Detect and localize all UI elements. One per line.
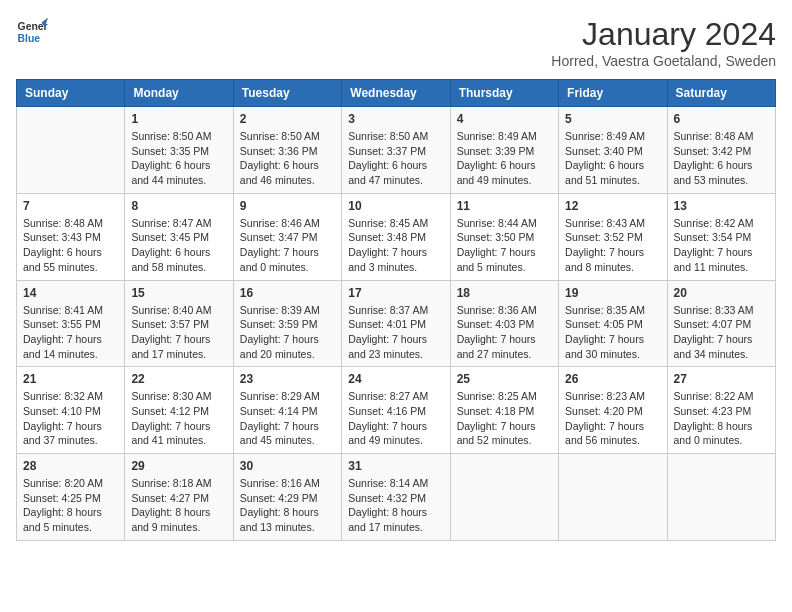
- day-info: Sunrise: 8:33 AM Sunset: 4:07 PM Dayligh…: [674, 303, 769, 362]
- day-number: 2: [240, 112, 335, 126]
- calendar-cell: 30Sunrise: 8:16 AM Sunset: 4:29 PM Dayli…: [233, 454, 341, 541]
- title-block: January 2024 Horred, Vaestra Goetaland, …: [551, 16, 776, 69]
- calendar-cell: 4Sunrise: 8:49 AM Sunset: 3:39 PM Daylig…: [450, 107, 558, 194]
- day-number: 22: [131, 372, 226, 386]
- day-number: 25: [457, 372, 552, 386]
- day-number: 26: [565, 372, 660, 386]
- calendar-cell: [17, 107, 125, 194]
- calendar-cell: 5Sunrise: 8:49 AM Sunset: 3:40 PM Daylig…: [559, 107, 667, 194]
- calendar-cell: 19Sunrise: 8:35 AM Sunset: 4:05 PM Dayli…: [559, 280, 667, 367]
- calendar-cell: 26Sunrise: 8:23 AM Sunset: 4:20 PM Dayli…: [559, 367, 667, 454]
- calendar-cell: 18Sunrise: 8:36 AM Sunset: 4:03 PM Dayli…: [450, 280, 558, 367]
- day-number: 14: [23, 286, 118, 300]
- day-info: Sunrise: 8:49 AM Sunset: 3:39 PM Dayligh…: [457, 129, 552, 188]
- day-info: Sunrise: 8:14 AM Sunset: 4:32 PM Dayligh…: [348, 476, 443, 535]
- calendar-table: SundayMondayTuesdayWednesdayThursdayFrid…: [16, 79, 776, 541]
- day-info: Sunrise: 8:30 AM Sunset: 4:12 PM Dayligh…: [131, 389, 226, 448]
- calendar-cell: 2Sunrise: 8:50 AM Sunset: 3:36 PM Daylig…: [233, 107, 341, 194]
- calendar-cell: [667, 454, 775, 541]
- day-number: 13: [674, 199, 769, 213]
- day-number: 9: [240, 199, 335, 213]
- col-header-friday: Friday: [559, 80, 667, 107]
- day-info: Sunrise: 8:32 AM Sunset: 4:10 PM Dayligh…: [23, 389, 118, 448]
- day-number: 23: [240, 372, 335, 386]
- calendar-cell: 24Sunrise: 8:27 AM Sunset: 4:16 PM Dayli…: [342, 367, 450, 454]
- calendar-cell: 3Sunrise: 8:50 AM Sunset: 3:37 PM Daylig…: [342, 107, 450, 194]
- col-header-wednesday: Wednesday: [342, 80, 450, 107]
- day-number: 4: [457, 112, 552, 126]
- calendar-cell: 16Sunrise: 8:39 AM Sunset: 3:59 PM Dayli…: [233, 280, 341, 367]
- day-number: 28: [23, 459, 118, 473]
- day-info: Sunrise: 8:47 AM Sunset: 3:45 PM Dayligh…: [131, 216, 226, 275]
- day-number: 12: [565, 199, 660, 213]
- day-info: Sunrise: 8:16 AM Sunset: 4:29 PM Dayligh…: [240, 476, 335, 535]
- calendar-cell: 28Sunrise: 8:20 AM Sunset: 4:25 PM Dayli…: [17, 454, 125, 541]
- calendar-cell: 29Sunrise: 8:18 AM Sunset: 4:27 PM Dayli…: [125, 454, 233, 541]
- month-title: January 2024: [551, 16, 776, 53]
- calendar-cell: 8Sunrise: 8:47 AM Sunset: 3:45 PM Daylig…: [125, 193, 233, 280]
- calendar-cell: 31Sunrise: 8:14 AM Sunset: 4:32 PM Dayli…: [342, 454, 450, 541]
- day-number: 27: [674, 372, 769, 386]
- day-number: 11: [457, 199, 552, 213]
- day-info: Sunrise: 8:48 AM Sunset: 3:42 PM Dayligh…: [674, 129, 769, 188]
- col-header-sunday: Sunday: [17, 80, 125, 107]
- day-info: Sunrise: 8:48 AM Sunset: 3:43 PM Dayligh…: [23, 216, 118, 275]
- calendar-cell: 27Sunrise: 8:22 AM Sunset: 4:23 PM Dayli…: [667, 367, 775, 454]
- day-info: Sunrise: 8:49 AM Sunset: 3:40 PM Dayligh…: [565, 129, 660, 188]
- day-info: Sunrise: 8:46 AM Sunset: 3:47 PM Dayligh…: [240, 216, 335, 275]
- col-header-thursday: Thursday: [450, 80, 558, 107]
- logo-icon: General Blue: [16, 16, 48, 48]
- day-info: Sunrise: 8:20 AM Sunset: 4:25 PM Dayligh…: [23, 476, 118, 535]
- day-info: Sunrise: 8:41 AM Sunset: 3:55 PM Dayligh…: [23, 303, 118, 362]
- calendar-cell: [559, 454, 667, 541]
- day-info: Sunrise: 8:45 AM Sunset: 3:48 PM Dayligh…: [348, 216, 443, 275]
- day-info: Sunrise: 8:50 AM Sunset: 3:36 PM Dayligh…: [240, 129, 335, 188]
- week-row-4: 21Sunrise: 8:32 AM Sunset: 4:10 PM Dayli…: [17, 367, 776, 454]
- svg-text:Blue: Blue: [18, 33, 41, 44]
- day-number: 21: [23, 372, 118, 386]
- day-info: Sunrise: 8:25 AM Sunset: 4:18 PM Dayligh…: [457, 389, 552, 448]
- day-info: Sunrise: 8:50 AM Sunset: 3:35 PM Dayligh…: [131, 129, 226, 188]
- day-info: Sunrise: 8:27 AM Sunset: 4:16 PM Dayligh…: [348, 389, 443, 448]
- calendar-cell: 9Sunrise: 8:46 AM Sunset: 3:47 PM Daylig…: [233, 193, 341, 280]
- day-number: 20: [674, 286, 769, 300]
- calendar-cell: 1Sunrise: 8:50 AM Sunset: 3:35 PM Daylig…: [125, 107, 233, 194]
- day-number: 8: [131, 199, 226, 213]
- day-info: Sunrise: 8:44 AM Sunset: 3:50 PM Dayligh…: [457, 216, 552, 275]
- day-number: 5: [565, 112, 660, 126]
- calendar-cell: 22Sunrise: 8:30 AM Sunset: 4:12 PM Dayli…: [125, 367, 233, 454]
- day-number: 3: [348, 112, 443, 126]
- calendar-cell: 23Sunrise: 8:29 AM Sunset: 4:14 PM Dayli…: [233, 367, 341, 454]
- calendar-cell: 25Sunrise: 8:25 AM Sunset: 4:18 PM Dayli…: [450, 367, 558, 454]
- calendar-cell: 7Sunrise: 8:48 AM Sunset: 3:43 PM Daylig…: [17, 193, 125, 280]
- day-info: Sunrise: 8:29 AM Sunset: 4:14 PM Dayligh…: [240, 389, 335, 448]
- calendar-cell: 6Sunrise: 8:48 AM Sunset: 3:42 PM Daylig…: [667, 107, 775, 194]
- calendar-cell: 20Sunrise: 8:33 AM Sunset: 4:07 PM Dayli…: [667, 280, 775, 367]
- calendar-cell: 21Sunrise: 8:32 AM Sunset: 4:10 PM Dayli…: [17, 367, 125, 454]
- day-info: Sunrise: 8:23 AM Sunset: 4:20 PM Dayligh…: [565, 389, 660, 448]
- day-number: 15: [131, 286, 226, 300]
- day-number: 1: [131, 112, 226, 126]
- week-row-3: 14Sunrise: 8:41 AM Sunset: 3:55 PM Dayli…: [17, 280, 776, 367]
- day-info: Sunrise: 8:40 AM Sunset: 3:57 PM Dayligh…: [131, 303, 226, 362]
- logo: General Blue: [16, 16, 48, 48]
- calendar-cell: 12Sunrise: 8:43 AM Sunset: 3:52 PM Dayli…: [559, 193, 667, 280]
- calendar-cell: 13Sunrise: 8:42 AM Sunset: 3:54 PM Dayli…: [667, 193, 775, 280]
- day-number: 31: [348, 459, 443, 473]
- day-info: Sunrise: 8:39 AM Sunset: 3:59 PM Dayligh…: [240, 303, 335, 362]
- day-number: 17: [348, 286, 443, 300]
- day-info: Sunrise: 8:36 AM Sunset: 4:03 PM Dayligh…: [457, 303, 552, 362]
- day-number: 16: [240, 286, 335, 300]
- day-number: 6: [674, 112, 769, 126]
- calendar-cell: 14Sunrise: 8:41 AM Sunset: 3:55 PM Dayli…: [17, 280, 125, 367]
- calendar-cell: 11Sunrise: 8:44 AM Sunset: 3:50 PM Dayli…: [450, 193, 558, 280]
- day-info: Sunrise: 8:22 AM Sunset: 4:23 PM Dayligh…: [674, 389, 769, 448]
- day-number: 18: [457, 286, 552, 300]
- day-info: Sunrise: 8:42 AM Sunset: 3:54 PM Dayligh…: [674, 216, 769, 275]
- calendar-cell: 10Sunrise: 8:45 AM Sunset: 3:48 PM Dayli…: [342, 193, 450, 280]
- day-info: Sunrise: 8:35 AM Sunset: 4:05 PM Dayligh…: [565, 303, 660, 362]
- day-info: Sunrise: 8:37 AM Sunset: 4:01 PM Dayligh…: [348, 303, 443, 362]
- calendar-cell: 15Sunrise: 8:40 AM Sunset: 3:57 PM Dayli…: [125, 280, 233, 367]
- day-number: 19: [565, 286, 660, 300]
- week-row-1: 1Sunrise: 8:50 AM Sunset: 3:35 PM Daylig…: [17, 107, 776, 194]
